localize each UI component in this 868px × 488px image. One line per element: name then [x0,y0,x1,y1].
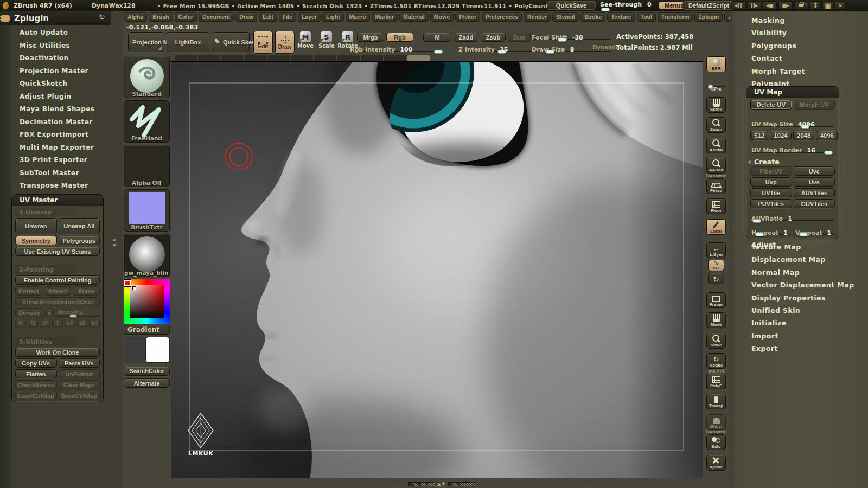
attract-button[interactable]: Attract [44,286,71,296]
uv-create-fiberuv[interactable]: FiberUV [750,166,792,176]
rail-button[interactable]: ↻ [705,271,727,284]
density-1[interactable]: 1 [52,319,63,328]
work-on-clone-button[interactable]: Work On Clone [15,348,100,357]
rgb-intensity-handle[interactable] [434,50,443,54]
density-x-button[interactable]: x [45,308,54,317]
menu-movie[interactable]: Movie [430,12,454,22]
zplugin-section-subtool-master[interactable]: SubTool Master [20,167,94,180]
vrepeat-slider[interactable]: Vrepeat 1 [795,227,834,235]
vrepeat-handle[interactable] [799,233,808,236]
menu-texture[interactable]: Texture [607,12,635,22]
brush-selector[interactable]: Standard [124,56,170,98]
menu-stroke[interactable]: Stroke [580,12,606,22]
zplugin-section-projection-master[interactable]: Projection Master [20,65,94,78]
unflatten-button[interactable]: UnFlatten [59,369,100,378]
zplugin-section-decimation-master[interactable]: Decimation Master [20,116,94,129]
zplugin-section-misc-utilities[interactable]: Misc Utilities [20,40,94,53]
uv-create-uvc[interactable]: Uvc [794,166,835,176]
menu-stencil[interactable]: Stencil [552,12,578,22]
protect-button[interactable]: Protect [15,286,42,296]
uv-create-uvtile[interactable]: UVTile [750,188,792,197]
menu-macro[interactable]: Macro [346,12,370,22]
paste-uvs-button[interactable]: Paste UVs [59,358,100,368]
uv-create-uvs[interactable]: Uvs [794,177,835,187]
alternate-button[interactable]: Alternate [124,378,170,388]
rail-transp[interactable]: Transp [705,389,727,410]
morph-uv-button[interactable]: Morph UV [794,100,835,110]
zplugin-section-maya-blend-shapes[interactable]: Maya Blend Shapes [20,103,94,116]
menu-alpha[interactable]: Alpha [124,12,147,22]
density-handle[interactable] [69,314,77,318]
projection-master-button[interactable]: Projection Master [128,32,164,52]
menu-tool[interactable]: Tool [637,12,656,22]
menu-color[interactable]: Color [175,12,197,22]
titlebar-scroll-right[interactable]: ∥∥▸ [747,1,761,10]
zplugin-header[interactable]: Zplugin ↻ [0,11,111,25]
tool-section-masking[interactable]: Masking [751,14,805,27]
zsub-button[interactable]: Zsub [481,33,506,42]
auv-ratio-handle[interactable] [752,219,761,223]
density-4[interactable]: /4 [15,319,26,328]
draw-button[interactable]: Draw [275,31,295,54]
z-intensity-handle[interactable] [497,50,506,54]
uv-map-size-handle[interactable] [801,125,809,129]
tool-section-import[interactable]: Import [751,330,854,342]
density-button[interactable]: Density [15,308,43,317]
rail-xyz[interactable]: ∿ XYZ [705,258,727,271]
save-ctrl-map-button[interactable]: SaveCtrlMap [59,391,100,400]
density-x3[interactable]: x3 [77,319,88,328]
check-seams-button[interactable]: CheckSeams [15,380,57,389]
uv-size-4096[interactable]: 4096 [816,131,838,140]
titlebar-lock[interactable] [794,1,808,10]
density-3[interactable]: /3 [28,319,39,328]
mrgb-button[interactable]: Mrgb [357,33,384,42]
see-through-slider[interactable]: See-through 0 [600,1,646,8]
uv-master-header[interactable]: UV Master [12,195,103,206]
density-2[interactable]: /2 [40,319,50,328]
hrepeat-handle[interactable] [755,233,764,236]
rail-solo[interactable]: Dynamic Solo [705,430,727,451]
load-ctrl-map-button[interactable]: LoadCtrlMap [15,391,57,400]
zplugin-section-fbx-exportimport[interactable]: FBX ExportImport [20,129,94,142]
quick-sketch-button[interactable]: ✎ Quick Sketch [212,32,250,52]
menu-preferences[interactable]: Preferences [482,12,522,22]
uv-create-uvp[interactable]: Uvp [750,177,792,187]
lightbox-button[interactable]: LightBox [167,32,209,52]
texture-selector[interactable]: BrushTxtr [124,189,170,232]
focal-shift-handle[interactable] [558,38,566,42]
zplugin-section-3d-print-exporter[interactable]: 3D Print Exporter [20,154,94,167]
tool-section-display-properties[interactable]: Display Properties [751,292,854,304]
gradient-toggle[interactable]: Gradient [124,325,170,335]
rail-zoom[interactable]: Zoom [705,113,727,133]
menu-edit[interactable]: Edit [259,12,277,22]
tool-section-export[interactable]: Export [751,342,854,355]
titlebar-scroll-left[interactable]: ◂∥∥ [731,1,745,10]
titlebar-close[interactable]: × [835,1,846,10]
density-x4[interactable]: x4 [89,319,100,328]
edit-button[interactable]: Edit [253,31,273,54]
create-section-label[interactable]: Create [749,158,835,166]
m-button[interactable]: M [423,33,451,42]
titlebar-restore[interactable]: ▣ [822,1,833,10]
unwrap-all-button[interactable]: Unwrap All [59,218,100,234]
rail-local[interactable]: Local [705,214,727,235]
scroll-down-icon[interactable]: ▼ [442,481,446,486]
titlebar-doc-next[interactable]: ▣▸ [778,1,793,10]
tool-section-displacement-map[interactable]: Displacement Map [751,253,854,266]
clear-maps-button[interactable]: Clear Maps [59,380,100,389]
enable-control-painting-button[interactable]: Enable Control Painting [15,275,100,285]
material-selector[interactable]: gw_maya_blinn [124,234,170,277]
rail-ghost[interactable]: Ghost [705,409,727,430]
zplugin-section-multi-map-exporter[interactable]: Multi Map Exporter [20,142,94,155]
uv-size-1024[interactable]: 1024 [770,131,792,140]
rail-rotate[interactable]: ↻ Rotate [705,349,727,369]
hrepeat-slider[interactable]: Hrepeat 1 [751,227,790,235]
rail-spix[interactable]: SPix [705,72,727,93]
timeline-bar[interactable] [175,55,430,61]
unwrap-button[interactable]: Unwrap [15,218,57,234]
scale-button[interactable]: S Scale [317,31,336,49]
rail-move[interactable]: Move [705,308,727,329]
refresh-icon[interactable]: ↻ [99,12,105,21]
titlebar-minimize[interactable]: ↧ [810,1,821,10]
tool-section-morph-target[interactable]: Morph Target [751,65,805,78]
